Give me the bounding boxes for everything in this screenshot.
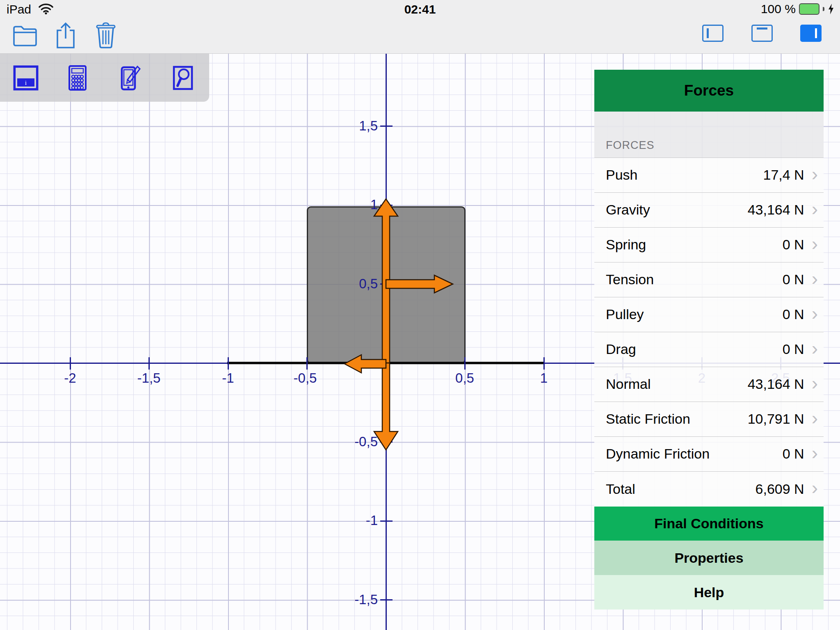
- force-arrow-down[interactable]: [374, 363, 398, 450]
- chevron-right-icon: ›: [812, 304, 818, 323]
- force-label: Gravity: [606, 202, 650, 218]
- forces-list: Push 17,4 N › Gravity 43,164 N › Spring …: [594, 158, 824, 507]
- share-button[interactable]: [54, 22, 80, 48]
- force-value: 43,164 N: [748, 202, 804, 218]
- toggle-right-panel-button[interactable]: [800, 25, 822, 42]
- chevron-right-icon: ›: [812, 374, 818, 393]
- app-screen: iPad 02:41 100 %: [0, 0, 840, 630]
- force-value: 17,4 N: [763, 167, 804, 183]
- chevron-right-icon: ›: [812, 339, 818, 358]
- magnifier-tool-button[interactable]: [170, 65, 196, 91]
- force-row-gravity[interactable]: Gravity 43,164 N ›: [594, 193, 824, 228]
- force-row-drag[interactable]: Drag 0 N ›: [594, 332, 824, 367]
- force-label: Static Friction: [606, 411, 690, 427]
- force-row-total[interactable]: Total 6,609 N ›: [594, 472, 824, 507]
- force-value: 0 N: [783, 446, 804, 462]
- top-panel-glyph: [757, 27, 767, 30]
- force-row-normal[interactable]: Normal 43,164 N ›: [594, 367, 824, 402]
- force-arrow-left[interactable]: [345, 355, 386, 373]
- toggle-left-panel-button[interactable]: [702, 25, 724, 42]
- battery-icon: [799, 3, 819, 15]
- force-label: Spring: [606, 237, 646, 253]
- chevron-right-icon: ›: [812, 234, 818, 253]
- forces-panel: Forces FORCES Push 17,4 N › Gravity 43,1…: [594, 70, 824, 609]
- force-value: 0 N: [783, 341, 804, 357]
- chevron-right-icon: ›: [812, 164, 818, 183]
- calculator-tool-button[interactable]: [65, 65, 91, 91]
- status-bar: iPad 02:41 100 %: [0, 0, 840, 17]
- tool-palette: i: [0, 54, 209, 102]
- toolbar: [0, 17, 840, 53]
- forces-section-header: FORCES: [594, 112, 824, 158]
- forces-panel-header[interactable]: Forces: [594, 70, 824, 112]
- force-value: 0 N: [783, 306, 804, 322]
- chevron-right-icon: ›: [812, 199, 818, 218]
- force-label: Tension: [606, 272, 654, 288]
- force-label: Total: [606, 481, 635, 497]
- final-conditions-button[interactable]: Final Conditions: [594, 507, 824, 541]
- chevron-right-icon: ›: [812, 409, 818, 427]
- force-row-pulley[interactable]: Pulley 0 N ›: [594, 297, 824, 332]
- force-row-static-friction[interactable]: Static Friction 10,791 N ›: [594, 402, 824, 437]
- force-row-tension[interactable]: Tension 0 N ›: [594, 262, 824, 297]
- battery-indicator: 100 %: [761, 2, 834, 16]
- force-value: 0 N: [783, 272, 804, 288]
- chevron-right-icon: ›: [812, 269, 818, 288]
- force-value: 10,791 N: [748, 411, 804, 427]
- delete-button[interactable]: [95, 22, 121, 48]
- right-panel-glyph: [815, 28, 817, 38]
- force-row-spring[interactable]: Spring 0 N ›: [594, 228, 824, 262]
- notes-tool-button[interactable]: [117, 65, 144, 91]
- help-button[interactable]: Help: [594, 575, 824, 609]
- properties-button[interactable]: Properties: [594, 541, 824, 575]
- chevron-right-icon: ›: [812, 443, 818, 462]
- left-panel-glyph: [707, 28, 709, 38]
- info-glyph: i: [25, 79, 27, 86]
- force-label: Dynamic Friction: [606, 446, 710, 462]
- clock: 02:41: [0, 2, 840, 16]
- force-label: Pulley: [606, 306, 644, 322]
- top-bar: iPad 02:41 100 %: [0, 0, 840, 54]
- chevron-right-icon: ›: [812, 478, 818, 497]
- force-label: Push: [606, 167, 638, 183]
- force-value: 43,164 N: [748, 376, 804, 392]
- force-value: 0 N: [783, 237, 804, 253]
- battery-percent: 100 %: [761, 2, 796, 16]
- toggle-top-panel-button[interactable]: [751, 25, 773, 42]
- open-file-button[interactable]: [12, 22, 39, 48]
- force-value: 6,609 N: [756, 481, 804, 497]
- force-row-push[interactable]: Push 17,4 N ›: [594, 158, 824, 193]
- battery-tip: [823, 7, 824, 11]
- force-label: Normal: [606, 376, 651, 392]
- info-display-tool-button[interactable]: i: [13, 65, 39, 91]
- force-label: Drag: [606, 341, 636, 357]
- force-row-dynamic-friction[interactable]: Dynamic Friction 0 N ›: [594, 437, 824, 472]
- forces-section-label: FORCES: [594, 139, 655, 158]
- charging-bolt-icon: [828, 4, 834, 14]
- force-arrow-right[interactable]: [386, 275, 453, 293]
